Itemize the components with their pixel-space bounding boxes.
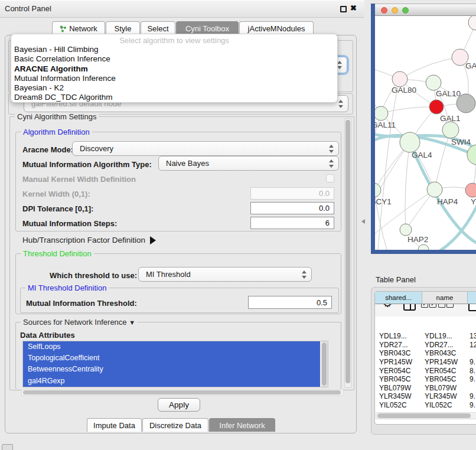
algorithm-option[interactable]: Bayesian - Hill Climbing <box>11 45 337 54</box>
network-node[interactable] <box>467 145 476 165</box>
network-edge[interactable] <box>435 130 451 190</box>
network-node[interactable] <box>429 100 444 114</box>
column-header-third[interactable] <box>468 292 476 304</box>
float-window-icon[interactable] <box>340 6 347 12</box>
close-icon[interactable]: ✖ <box>350 4 357 12</box>
network-canvas[interactable]: GALGAL80GAL10GAL1SWI4GAL11GAL4GCY1HAP4YH… <box>375 16 476 250</box>
tab-discretize-data[interactable]: Discretize Data <box>142 418 208 432</box>
scrollbar-thumb[interactable] <box>377 413 471 418</box>
scrollbar-thumb[interactable] <box>322 343 327 386</box>
table-row[interactable]: YBR045CYBR045C9. <box>375 375 476 384</box>
table-cell: YIL052C <box>375 401 422 409</box>
network-edge[interactable] <box>405 142 410 230</box>
splitter-collapse-arrow[interactable] <box>361 219 365 224</box>
attribute-item[interactable]: TopologicalCoefficient <box>23 353 320 364</box>
table-row[interactable]: YDR27...YDR27...12 <box>375 341 476 350</box>
attribute-item[interactable]: gal4RGexp <box>23 376 320 387</box>
column-header-name[interactable]: name <box>422 292 468 304</box>
tab-select[interactable]: Select <box>141 21 175 35</box>
algorithm-option[interactable]: Basic Correlation Inference <box>11 54 337 64</box>
close-traffic-light[interactable] <box>381 7 387 14</box>
kernel-width-field[interactable] <box>250 187 334 200</box>
network-node[interactable] <box>442 122 459 138</box>
tab-jactivemnodules[interactable]: jActiveMNodules <box>239 21 314 35</box>
network-window-titlebar[interactable] <box>375 4 476 16</box>
table-row[interactable]: YPR145WYPR145W9. <box>375 358 476 367</box>
algorithm-dropdown-popup: Select algorithm to view settings Bayesi… <box>11 34 338 103</box>
settings-horizontal-scrollbar[interactable] <box>21 389 344 396</box>
which-threshold-combo[interactable]: MI Threshold <box>138 267 312 282</box>
table-row[interactable]: YBL079WYBL079W <box>375 384 476 393</box>
table-row[interactable]: YDL19...YDL19...13 <box>375 332 476 341</box>
node-label: GAL10 <box>436 89 461 98</box>
tab-impute-data[interactable]: Impute Data <box>87 418 142 432</box>
mi-type-combo[interactable]: Naive Bayes <box>158 156 339 171</box>
which-threshold-label: Which threshold to use: <box>50 271 137 280</box>
zoom-traffic-light[interactable] <box>402 7 409 14</box>
node-label: Y <box>471 197 476 206</box>
data-attributes-list[interactable]: SelfLoopsTopologicalCoefficientBetweenne… <box>22 341 328 387</box>
table-cell: YBR045C <box>375 375 422 383</box>
algorithm-option[interactable]: Mutual Information Inference <box>11 74 337 83</box>
table-cell: YBL079W <box>422 384 468 392</box>
network-node[interactable] <box>375 183 381 197</box>
table-cell: YLR345W <box>422 392 468 400</box>
attributes-list-scrollbar[interactable] <box>321 341 328 387</box>
network-node[interactable] <box>427 182 442 197</box>
network-node[interactable] <box>426 75 441 90</box>
aracne-mode-combo[interactable]: Discovery <box>72 141 339 156</box>
mi-threshold-field[interactable] <box>248 296 332 309</box>
table-row[interactable]: YLR345WYLR345W9. <box>375 392 476 401</box>
scrollbar-thumb[interactable] <box>23 390 341 394</box>
algorithm-option[interactable]: Bayesian - K2 <box>11 83 337 93</box>
network-node[interactable] <box>400 224 412 236</box>
algorithm-option[interactable]: Dream8 DC_TDC Algorithm <box>11 93 337 102</box>
attribute-item[interactable]: BetweennessCentrality <box>23 364 320 375</box>
network-node[interactable] <box>468 16 476 30</box>
network-node[interactable] <box>375 106 388 120</box>
column-header-shared[interactable]: shared... <box>375 292 422 304</box>
algorithm-popup-list: Bayesian - Hill ClimbingBasic Correlatio… <box>11 45 337 103</box>
dpi-tolerance-field[interactable] <box>250 202 334 214</box>
network-edge[interactable] <box>381 107 436 113</box>
popup-hint: Select algorithm to view settings <box>11 36 337 45</box>
network-node[interactable] <box>457 94 475 113</box>
attribute-item[interactable]: SelfLoops <box>23 341 320 353</box>
network-node[interactable] <box>465 183 476 197</box>
settings-vertical-scrollbar[interactable] <box>344 118 351 388</box>
table-row[interactable]: YIL052CYIL052C9. <box>375 401 476 409</box>
threshold-definition-title: Threshold Definition <box>21 249 94 258</box>
network-node[interactable] <box>418 244 429 250</box>
network-edge[interactable] <box>435 206 476 250</box>
table-cell: YPR145W <box>375 358 422 366</box>
network-node[interactable] <box>400 132 420 152</box>
node-label: GAL <box>465 61 476 70</box>
scrollbar-thumb[interactable] <box>345 120 350 383</box>
table-rows: YDL19...YDL19...13YDR27...YDR27...12YBR0… <box>375 332 476 409</box>
mi-steps-field[interactable] <box>250 217 334 229</box>
network-canvas-svg: GALGAL80GAL10GAL1SWI4GAL11GAL4GCY1HAP4YH… <box>375 16 476 250</box>
combo-spinner-icon <box>338 100 343 108</box>
tab-infer-network[interactable]: Infer Network <box>209 418 275 432</box>
table-cell: YER054C <box>375 367 422 375</box>
minimized-panel-chip[interactable] <box>2 444 13 450</box>
control-panel-header <box>0 0 364 18</box>
table-row[interactable]: YER054CYER054C8. <box>375 366 476 375</box>
tab-style[interactable]: Style <box>106 21 140 35</box>
tab-network[interactable]: Network <box>52 21 105 35</box>
apply-button[interactable]: Apply <box>158 398 200 412</box>
minimize-traffic-light[interactable] <box>392 7 398 14</box>
tab-cyni-toolbox[interactable]: Cyni Toolbox <box>176 21 239 35</box>
table-panel-inner: ⚙ ✓ ✓ shared... name YDL19...YDL19...13Y… <box>374 291 476 425</box>
hub-section-toggle[interactable]: Hub/Transcription Factor Definition <box>22 236 156 244</box>
algorithm-option[interactable]: ARACNE Algorithm <box>11 64 337 74</box>
table-cell: 9. <box>468 375 476 383</box>
network-edge[interactable] <box>378 79 400 250</box>
manual-kernel-checkbox[interactable] <box>326 174 334 182</box>
table-horizontal-scrollbar[interactable] <box>376 412 476 419</box>
kernel-width-label: Kernel Width (0,1): <box>22 190 90 198</box>
manual-kernel-label: Manual Kernel Width Definition <box>22 175 136 184</box>
network-node[interactable] <box>392 71 407 87</box>
network-edge[interactable] <box>375 142 410 204</box>
table-row[interactable]: YBR043CYBR043C <box>375 349 476 358</box>
